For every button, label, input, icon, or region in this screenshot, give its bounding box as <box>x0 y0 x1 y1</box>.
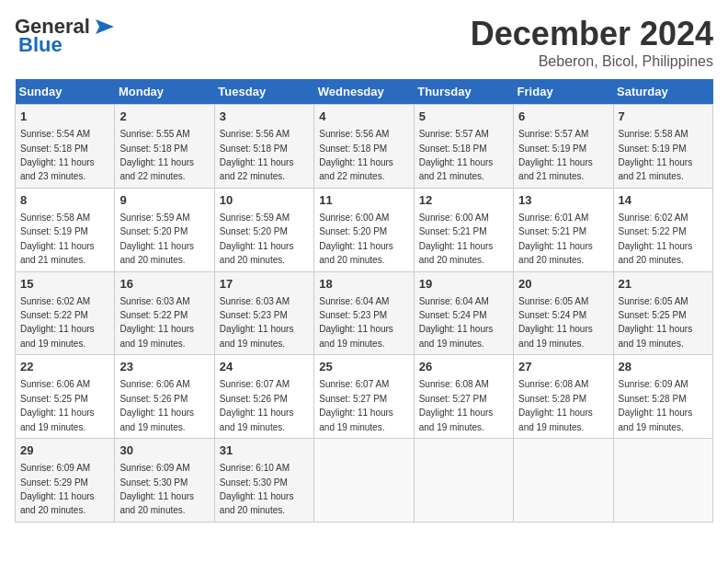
month-title: December 2024 <box>471 15 713 53</box>
calendar-cell: 26Sunrise: 6:08 AM Sunset: 5:27 PM Dayli… <box>414 355 513 439</box>
svg-marker-0 <box>96 19 114 34</box>
day-info: Sunrise: 5:55 AM Sunset: 5:18 PM Dayligh… <box>119 129 194 181</box>
calendar-cell: 14Sunrise: 6:02 AM Sunset: 5:22 PM Dayli… <box>613 188 712 271</box>
day-number: 25 <box>319 359 408 375</box>
day-info: Sunrise: 6:09 AM Sunset: 5:28 PM Dayligh… <box>619 379 693 431</box>
day-info: Sunrise: 5:59 AM Sunset: 5:20 PM Dayligh… <box>220 213 294 265</box>
day-number: 28 <box>619 359 708 375</box>
day-info: Sunrise: 6:08 AM Sunset: 5:28 PM Dayligh… <box>518 379 593 431</box>
logo: General Blue <box>15 15 116 57</box>
calendar-cell: 3Sunrise: 5:56 AM Sunset: 5:18 PM Daylig… <box>214 105 313 189</box>
day-number: 13 <box>518 192 608 209</box>
day-info: Sunrise: 6:05 AM Sunset: 5:25 PM Dayligh… <box>619 296 693 349</box>
day-info: Sunrise: 5:57 AM Sunset: 5:18 PM Dayligh… <box>419 129 494 181</box>
calendar-cell: 20Sunrise: 6:05 AM Sunset: 5:24 PM Dayli… <box>514 271 613 355</box>
day-info: Sunrise: 6:09 AM Sunset: 5:30 PM Dayligh… <box>119 463 194 515</box>
calendar-cell <box>514 439 613 523</box>
day-number: 3 <box>220 109 309 125</box>
day-info: Sunrise: 5:59 AM Sunset: 5:20 PM Dayligh… <box>119 213 194 265</box>
day-number: 23 <box>119 359 209 375</box>
calendar-cell: 9Sunrise: 5:59 AM Sunset: 5:20 PM Daylig… <box>115 188 214 271</box>
calendar-cell: 25Sunrise: 6:07 AM Sunset: 5:27 PM Dayli… <box>314 355 414 439</box>
day-info: Sunrise: 6:00 AM Sunset: 5:20 PM Dayligh… <box>319 213 393 265</box>
weekday-header-monday: Monday <box>115 79 214 105</box>
day-number: 4 <box>319 109 408 125</box>
day-info: Sunrise: 6:02 AM Sunset: 5:22 PM Dayligh… <box>20 296 95 349</box>
day-number: 27 <box>518 359 608 375</box>
calendar-cell: 21Sunrise: 6:05 AM Sunset: 5:25 PM Dayli… <box>613 271 712 355</box>
calendar-cell: 24Sunrise: 6:07 AM Sunset: 5:26 PM Dayli… <box>214 355 313 439</box>
day-info: Sunrise: 6:10 AM Sunset: 5:30 PM Dayligh… <box>220 463 294 515</box>
calendar-cell: 23Sunrise: 6:06 AM Sunset: 5:26 PM Dayli… <box>115 355 214 439</box>
calendar-cell: 28Sunrise: 6:09 AM Sunset: 5:28 PM Dayli… <box>613 355 712 439</box>
day-info: Sunrise: 6:08 AM Sunset: 5:27 PM Dayligh… <box>419 379 494 431</box>
day-number: 18 <box>319 276 408 293</box>
calendar-cell: 19Sunrise: 6:04 AM Sunset: 5:24 PM Dayli… <box>414 271 513 355</box>
day-number: 11 <box>319 192 408 209</box>
logo-blue: Blue <box>15 33 63 57</box>
calendar-cell: 18Sunrise: 6:04 AM Sunset: 5:23 PM Dayli… <box>314 271 414 355</box>
calendar-cell: 30Sunrise: 6:09 AM Sunset: 5:30 PM Dayli… <box>115 439 214 523</box>
day-info: Sunrise: 6:07 AM Sunset: 5:26 PM Dayligh… <box>220 379 294 431</box>
weekday-header-thursday: Thursday <box>414 79 513 105</box>
day-info: Sunrise: 5:57 AM Sunset: 5:19 PM Dayligh… <box>518 129 593 181</box>
weekday-header-tuesday: Tuesday <box>214 79 313 105</box>
weekday-header-sunday: Sunday <box>16 79 115 105</box>
location-title: Beberon, Bicol, Philippines <box>471 53 713 70</box>
logo-arrow-icon <box>90 17 116 36</box>
day-info: Sunrise: 5:58 AM Sunset: 5:19 PM Dayligh… <box>619 129 693 181</box>
calendar-cell <box>613 439 712 523</box>
calendar-cell: 27Sunrise: 6:08 AM Sunset: 5:28 PM Dayli… <box>514 355 613 439</box>
calendar-cell: 2Sunrise: 5:55 AM Sunset: 5:18 PM Daylig… <box>115 105 214 189</box>
day-info: Sunrise: 6:09 AM Sunset: 5:29 PM Dayligh… <box>20 463 95 515</box>
page-header: General Blue December 2024 Beberon, Bico… <box>15 15 713 70</box>
day-info: Sunrise: 5:58 AM Sunset: 5:19 PM Dayligh… <box>20 213 95 265</box>
week-row-2: 8Sunrise: 5:58 AM Sunset: 5:19 PM Daylig… <box>16 188 713 271</box>
day-number: 17 <box>220 276 309 293</box>
day-info: Sunrise: 6:01 AM Sunset: 5:21 PM Dayligh… <box>518 213 593 265</box>
day-info: Sunrise: 6:06 AM Sunset: 5:25 PM Dayligh… <box>20 379 95 431</box>
calendar-cell: 17Sunrise: 6:03 AM Sunset: 5:23 PM Dayli… <box>214 271 313 355</box>
calendar-cell: 16Sunrise: 6:03 AM Sunset: 5:22 PM Dayli… <box>115 271 214 355</box>
day-number: 9 <box>119 192 209 209</box>
weekday-header-friday: Friday <box>514 79 613 105</box>
day-number: 30 <box>119 442 209 459</box>
day-info: Sunrise: 6:03 AM Sunset: 5:22 PM Dayligh… <box>119 296 194 349</box>
day-info: Sunrise: 6:03 AM Sunset: 5:23 PM Dayligh… <box>220 296 294 349</box>
weekday-header-saturday: Saturday <box>613 79 712 105</box>
day-number: 31 <box>220 442 309 459</box>
day-number: 20 <box>518 276 608 293</box>
calendar-cell: 29Sunrise: 6:09 AM Sunset: 5:29 PM Dayli… <box>16 439 115 523</box>
day-info: Sunrise: 5:54 AM Sunset: 5:18 PM Dayligh… <box>20 129 95 181</box>
day-number: 29 <box>20 442 109 459</box>
calendar-cell: 5Sunrise: 5:57 AM Sunset: 5:18 PM Daylig… <box>414 105 513 189</box>
day-number: 7 <box>619 109 708 125</box>
calendar-cell: 31Sunrise: 6:10 AM Sunset: 5:30 PM Dayli… <box>214 439 313 523</box>
calendar-cell: 8Sunrise: 5:58 AM Sunset: 5:19 PM Daylig… <box>16 188 115 271</box>
title-section: December 2024 Beberon, Bicol, Philippine… <box>471 15 713 70</box>
day-info: Sunrise: 6:00 AM Sunset: 5:21 PM Dayligh… <box>419 213 494 265</box>
calendar-cell: 13Sunrise: 6:01 AM Sunset: 5:21 PM Dayli… <box>514 188 613 271</box>
calendar-cell: 6Sunrise: 5:57 AM Sunset: 5:19 PM Daylig… <box>514 105 613 189</box>
calendar-table: SundayMondayTuesdayWednesdayThursdayFrid… <box>15 79 713 523</box>
calendar-cell: 15Sunrise: 6:02 AM Sunset: 5:22 PM Dayli… <box>16 271 115 355</box>
day-number: 12 <box>419 192 508 209</box>
day-number: 8 <box>20 192 109 209</box>
calendar-cell: 11Sunrise: 6:00 AM Sunset: 5:20 PM Dayli… <box>314 188 414 271</box>
day-number: 21 <box>619 276 708 293</box>
day-number: 14 <box>619 192 708 209</box>
weekday-header-wednesday: Wednesday <box>314 79 414 105</box>
calendar-cell: 1Sunrise: 5:54 AM Sunset: 5:18 PM Daylig… <box>16 105 115 189</box>
week-row-1: 1Sunrise: 5:54 AM Sunset: 5:18 PM Daylig… <box>16 105 713 189</box>
day-number: 26 <box>419 359 508 375</box>
week-row-4: 22Sunrise: 6:06 AM Sunset: 5:25 PM Dayli… <box>16 355 713 439</box>
day-info: Sunrise: 6:02 AM Sunset: 5:22 PM Dayligh… <box>619 213 693 265</box>
day-info: Sunrise: 6:04 AM Sunset: 5:24 PM Dayligh… <box>419 296 494 349</box>
day-number: 19 <box>419 276 508 293</box>
day-number: 10 <box>220 192 309 209</box>
calendar-cell: 7Sunrise: 5:58 AM Sunset: 5:19 PM Daylig… <box>613 105 712 189</box>
day-info: Sunrise: 5:56 AM Sunset: 5:18 PM Dayligh… <box>220 129 294 181</box>
calendar-cell: 22Sunrise: 6:06 AM Sunset: 5:25 PM Dayli… <box>16 355 115 439</box>
day-number: 2 <box>119 109 209 125</box>
day-info: Sunrise: 6:05 AM Sunset: 5:24 PM Dayligh… <box>518 296 593 349</box>
